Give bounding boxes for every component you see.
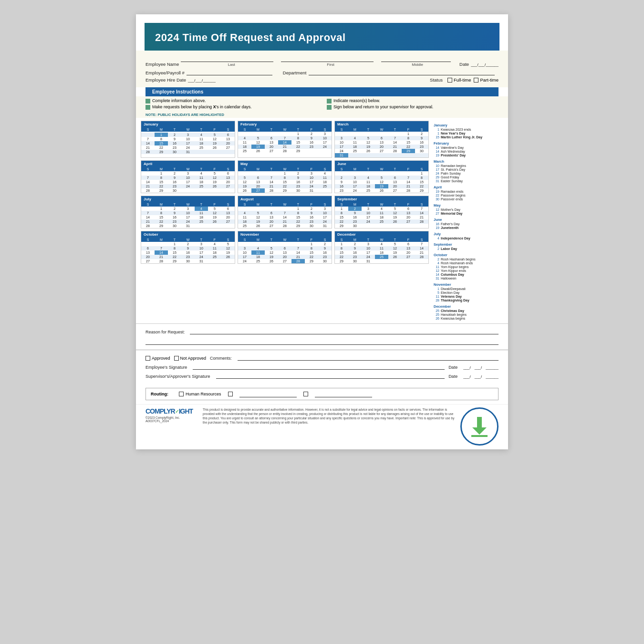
calendar-day[interactable]: 4	[348, 136, 362, 140]
calendar-day[interactable]: 6	[402, 207, 415, 211]
calendar-day[interactable]: 29	[402, 149, 415, 153]
calendar-day[interactable]: 13	[221, 137, 235, 141]
calendar-day[interactable]: 15	[291, 140, 305, 145]
calendar-day[interactable]: 7	[278, 136, 291, 140]
calendar-day[interactable]: 29	[291, 224, 305, 228]
middle-name-field[interactable]	[381, 55, 451, 62]
calendar-day[interactable]: 17	[181, 141, 195, 145]
calendar-day[interactable]: 20	[265, 219, 278, 224]
calendar-day[interactable]: 12	[388, 246, 402, 250]
calendar-day[interactable]: 12	[251, 140, 265, 145]
calendar-day[interactable]: 26	[221, 255, 235, 259]
fulltime-checkbox[interactable]: Full-time	[447, 77, 471, 83]
calendar-day[interactable]: 18	[238, 145, 251, 149]
payroll-field[interactable]	[187, 69, 272, 75]
calendar-day[interactable]: 18	[348, 145, 362, 149]
calendar-day[interactable]: 2	[291, 171, 305, 176]
calendar-day[interactable]: 15	[291, 215, 305, 219]
calendar-day[interactable]: 16	[348, 250, 362, 255]
calendar-day[interactable]: 21	[291, 255, 305, 259]
calendar-day[interactable]: 1	[305, 242, 318, 246]
calendar-day[interactable]: 29	[155, 224, 168, 228]
calendar-day[interactable]: 23	[348, 255, 362, 259]
download-badge[interactable]	[460, 407, 499, 446]
calendar-day[interactable]: 12	[265, 250, 278, 255]
calendar-day[interactable]: 25	[375, 219, 388, 224]
calendar-day[interactable]: 23	[415, 145, 428, 149]
calendar-day[interactable]: 10	[305, 176, 318, 180]
calendar-day[interactable]: 9	[291, 176, 305, 180]
calendar-day[interactable]: 10	[181, 137, 195, 141]
calendar-day[interactable]: 31	[305, 188, 318, 193]
calendar-day[interactable]: 13	[375, 140, 388, 145]
calendar-day[interactable]: 18	[195, 215, 208, 219]
calendar-day[interactable]: 25	[238, 149, 251, 153]
calendar-day[interactable]: 27	[265, 149, 278, 153]
calendar-day[interactable]: 16	[415, 140, 428, 145]
calendar-day[interactable]: 23	[168, 184, 181, 188]
not-approved-checkbox[interactable]: Not Approved	[174, 356, 207, 361]
calendar-day[interactable]: 23	[168, 219, 181, 224]
calendar-day[interactable]: 6	[251, 176, 265, 180]
calendar-day[interactable]: 24	[335, 149, 348, 153]
calendar-day[interactable]: 24	[238, 259, 251, 263]
calendar-day[interactable]: 11	[375, 246, 388, 250]
calendar-day[interactable]: 19	[362, 145, 375, 149]
calendar-day[interactable]: 10	[195, 246, 208, 250]
calendar-day[interactable]: 7	[141, 211, 155, 215]
routing-field-2[interactable]	[315, 391, 372, 397]
calendar-day[interactable]: 11	[362, 180, 375, 184]
first-name-field[interactable]	[281, 55, 374, 62]
calendar-day[interactable]: 3	[318, 207, 332, 211]
calendar-day[interactable]: 12	[221, 246, 235, 250]
calendar-day[interactable]: 16	[168, 180, 181, 184]
calendar-day[interactable]: 14	[388, 140, 402, 145]
calendar-day[interactable]: 17	[348, 184, 362, 188]
calendar-day[interactable]: 28	[415, 219, 428, 224]
calendar-day[interactable]: 4	[195, 171, 208, 176]
calendar-day[interactable]: 22	[335, 219, 348, 224]
calendar-day[interactable]: 20	[265, 145, 278, 149]
calendar-day[interactable]: 24	[318, 145, 332, 149]
calendar-day[interactable]: 22	[335, 255, 348, 259]
parttime-checkbox[interactable]: Part-time	[474, 77, 499, 83]
calendar-day[interactable]: 26	[251, 224, 265, 228]
calendar-day[interactable]: 28	[265, 188, 278, 193]
calendar-day[interactable]: 16	[305, 140, 318, 145]
calendar-day[interactable]: 30	[168, 150, 181, 154]
calendar-day[interactable]: 25	[195, 219, 208, 224]
calendar-day[interactable]: 19	[208, 180, 221, 184]
calendar-day[interactable]: 1	[335, 207, 348, 211]
calendar-day[interactable]: 9	[348, 211, 362, 215]
calendar-day[interactable]: 8	[291, 211, 305, 215]
calendar-day[interactable]: 2	[318, 242, 332, 246]
calendar-day[interactable]: 4	[375, 207, 388, 211]
calendar-day[interactable]: 9	[305, 136, 318, 140]
calendar-day[interactable]: 4	[238, 211, 251, 215]
calendar-day[interactable]: 6	[265, 136, 278, 140]
calendar-day[interactable]: 16	[335, 184, 348, 188]
calendar-day[interactable]: 2	[348, 207, 362, 211]
calendar-day[interactable]: 5	[251, 211, 265, 215]
calendar-day[interactable]: 19	[208, 141, 221, 145]
calendar-day[interactable]: 9	[181, 246, 195, 250]
calendar-day[interactable]: 14	[415, 211, 428, 215]
calendar-day[interactable]: 9	[168, 137, 181, 141]
calendar-day[interactable]: 18	[362, 184, 375, 188]
calendar-day[interactable]: 23	[291, 184, 305, 188]
calendar-day[interactable]: 11	[195, 176, 208, 180]
calendar-day[interactable]: 2	[415, 132, 428, 136]
calendar-day[interactable]: 16	[305, 215, 318, 219]
calendar-day[interactable]: 21	[278, 145, 291, 149]
calendar-day[interactable]: 3	[335, 136, 348, 140]
calendar-day[interactable]: 7	[141, 176, 155, 180]
calendar-day[interactable]: 2	[168, 207, 181, 211]
calendar-day[interactable]: 12	[362, 140, 375, 145]
calendar-day[interactable]: 12	[208, 211, 221, 215]
calendar-day[interactable]: 28	[278, 224, 291, 228]
calendar-day[interactable]: 3	[181, 133, 195, 137]
calendar-day[interactable]: 10	[362, 211, 375, 215]
calendar-day[interactable]: 28	[388, 149, 402, 153]
approved-checkbox[interactable]: Approved	[145, 356, 170, 361]
routing-field-1[interactable]	[239, 391, 297, 397]
